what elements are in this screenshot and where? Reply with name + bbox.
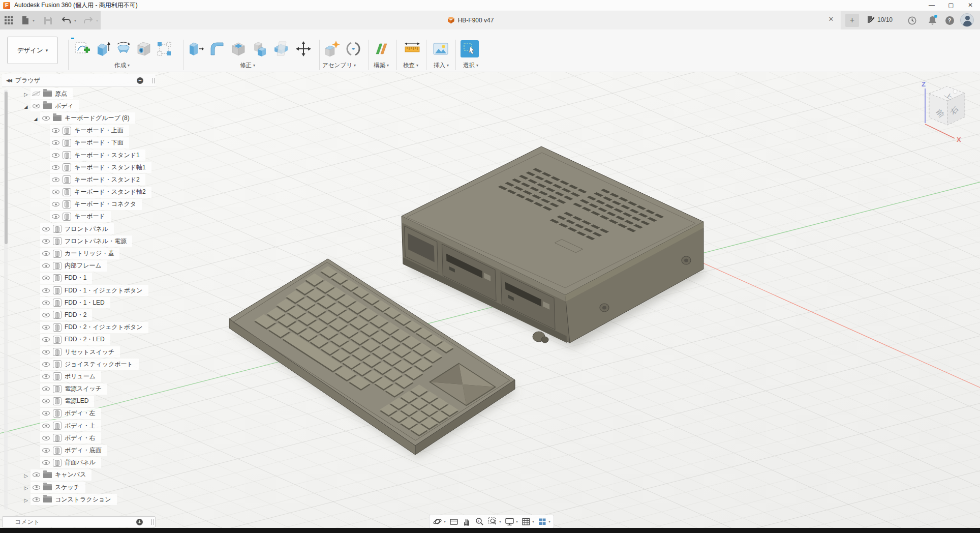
viewports-icon[interactable]: ▾	[538, 517, 550, 526]
visibility-eye-icon[interactable]	[42, 325, 50, 330]
tree-row[interactable]: リセットスイッチ	[2, 346, 156, 358]
zoom-icon[interactable]: ±	[475, 517, 484, 526]
visibility-eye-icon[interactable]	[52, 165, 59, 170]
press-pull-icon[interactable]	[187, 40, 204, 58]
tree-row[interactable]: ジョイスティックポート	[2, 358, 156, 370]
visibility-eye-icon[interactable]	[33, 472, 40, 477]
user-avatar[interactable]	[960, 13, 974, 27]
tree-row[interactable]: FDD・1・LED	[2, 297, 156, 309]
visibility-eye-icon[interactable]	[42, 313, 50, 317]
tree-row[interactable]: キーボード・スタンド軸2	[2, 186, 156, 198]
tree-row[interactable]: コンストラクション	[2, 493, 156, 506]
workspace-dropdown[interactable]: デザイン	[7, 37, 58, 64]
tree-row[interactable]: スケッチ	[2, 481, 156, 493]
group-label-select[interactable]: 選択	[458, 62, 483, 70]
panel-grip[interactable]	[152, 78, 155, 83]
ribbon-tab[interactable]	[88, 36, 91, 39]
expand-arrow-icon[interactable]	[21, 495, 30, 504]
visibility-eye-icon[interactable]	[42, 227, 50, 231]
visibility-eye-icon[interactable]	[52, 153, 59, 158]
visibility-eye-icon[interactable]	[42, 288, 50, 293]
tree-row[interactable]: FDD・1・イジェクトボタン	[2, 284, 156, 297]
construction-plane-icon[interactable]	[373, 40, 390, 58]
tree-row[interactable]: キーボード・スタンド軸1	[2, 161, 156, 173]
tree-row[interactable]: キーボードグループ (8)	[2, 112, 156, 124]
expand-arrow-icon[interactable]	[21, 101, 30, 110]
new-tab-button[interactable]: +	[845, 14, 859, 27]
visibility-eye-icon[interactable]	[52, 128, 59, 133]
tree-row[interactable]: キーボード・スタンド2	[2, 173, 156, 186]
tree-row[interactable]: 原点	[2, 87, 156, 100]
display-settings-icon[interactable]: ▾	[505, 517, 518, 526]
visibility-eye-icon[interactable]	[42, 350, 50, 354]
visibility-eye-icon[interactable]	[42, 448, 50, 453]
expand-arrow-icon[interactable]	[21, 89, 30, 98]
tree-row[interactable]: フロントパネル・電源	[2, 235, 156, 247]
visibility-eye-icon[interactable]	[42, 374, 50, 379]
comment-add-icon[interactable]: +	[136, 519, 143, 525]
tree-row[interactable]: 電源スイッチ	[2, 383, 156, 395]
rectangular-pattern-icon[interactable]	[156, 40, 173, 58]
group-label-insert[interactable]: 挿入	[429, 62, 453, 70]
revolve-icon[interactable]	[115, 40, 132, 58]
visibility-eye-icon[interactable]	[42, 424, 50, 428]
shell-icon[interactable]	[230, 40, 247, 58]
ribbon-tab[interactable]	[105, 36, 108, 39]
pan-icon[interactable]	[462, 517, 471, 526]
redo-icon[interactable]	[83, 16, 93, 24]
measure-icon[interactable]	[404, 40, 421, 58]
look-at-icon[interactable]	[449, 517, 458, 526]
ribbon-tab[interactable]	[155, 36, 158, 39]
visibility-eye-icon[interactable]	[42, 251, 50, 256]
tree-row[interactable]: FDD・2・イジェクトボタン	[2, 321, 156, 334]
visibility-eye-icon[interactable]	[42, 301, 50, 305]
visibility-eye-icon[interactable]	[42, 411, 50, 416]
move-copy-icon[interactable]	[295, 40, 312, 58]
group-label-modify[interactable]: 修正	[186, 62, 309, 70]
save-icon[interactable]	[44, 16, 52, 25]
clock-icon[interactable]	[906, 14, 918, 26]
tree-row[interactable]: ボディ・底面	[2, 444, 156, 456]
fillet-icon[interactable]	[208, 40, 226, 58]
tree-row[interactable]: フロントパネル	[2, 223, 156, 235]
visibility-eye-icon[interactable]	[42, 239, 50, 244]
tree-row[interactable]: FDD・2	[2, 309, 156, 321]
insert-image-icon[interactable]	[432, 40, 449, 58]
visibility-eye-icon[interactable]	[52, 214, 59, 219]
close-button[interactable]: ✕	[961, 0, 980, 11]
notifications-bell-icon[interactable]	[926, 14, 938, 26]
visibility-eye-icon[interactable]	[42, 263, 50, 268]
ribbon-tab[interactable]	[121, 36, 125, 39]
ribbon-tab[interactable]	[172, 36, 175, 39]
tree-row[interactable]: キーボード	[2, 211, 156, 223]
visibility-eye-icon[interactable]	[42, 387, 50, 391]
create-sketch-icon[interactable]	[74, 40, 91, 58]
tree-row[interactable]: キーボード・コネクタ	[2, 198, 156, 211]
comment-grip[interactable]	[151, 519, 154, 525]
visibility-eye-icon[interactable]	[42, 116, 50, 121]
viewcube-corner-dot[interactable]	[953, 90, 957, 94]
undo-icon[interactable]	[62, 16, 71, 24]
hole-icon[interactable]	[135, 40, 152, 58]
ribbon-tab[interactable]	[71, 36, 74, 39]
version-badge[interactable]: 10/10	[867, 15, 893, 24]
tree-row[interactable]: 背面パネル	[2, 457, 156, 469]
grid-settings-icon[interactable]: ▾	[522, 517, 534, 526]
file-menu-caret[interactable]: ▾	[33, 18, 35, 23]
tree-row[interactable]: カートリッジ・蓋	[2, 247, 156, 259]
group-label-construct[interactable]: 構築	[369, 62, 393, 70]
visibility-eye-icon[interactable]	[42, 276, 50, 280]
visibility-eye-icon[interactable]	[42, 436, 50, 440]
visibility-eye-icon[interactable]	[33, 497, 40, 502]
expand-arrow-icon[interactable]	[21, 470, 30, 480]
comment-input[interactable]	[3, 518, 125, 525]
undo-menu-caret[interactable]: ▾	[74, 18, 76, 23]
expand-arrow-icon[interactable]	[31, 113, 40, 123]
maximize-button[interactable]: ▢	[941, 0, 961, 11]
tree-row[interactable]: 内部フレーム	[2, 260, 156, 272]
expand-arrow-icon[interactable]	[21, 483, 30, 492]
visibility-eye-icon[interactable]	[42, 460, 50, 465]
tree-row[interactable]: ボディ・左	[2, 407, 156, 420]
joint-icon[interactable]	[345, 40, 362, 58]
tree-row[interactable]: キャンバス	[2, 469, 156, 481]
